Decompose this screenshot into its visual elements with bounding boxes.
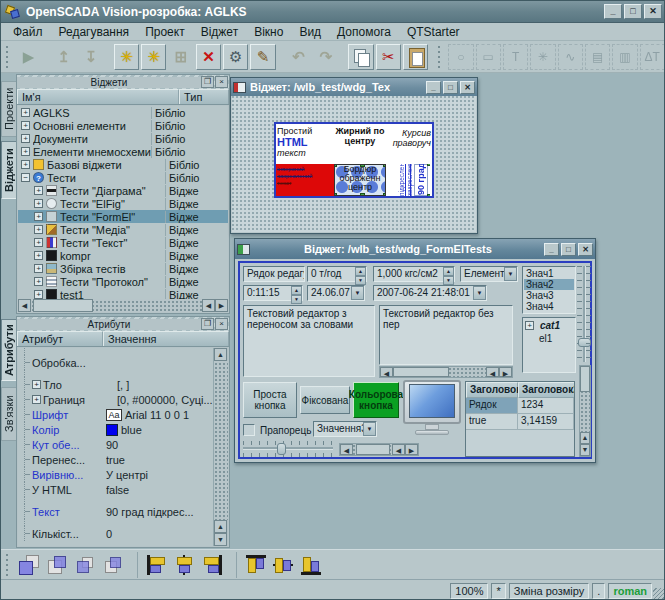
tree-expander-icon[interactable]: +	[21, 147, 30, 156]
scroll-thumb[interactable]	[393, 367, 449, 377]
data-table[interactable]: Заголовок1 Заголовок2 Рядок 1234 true 3,…	[465, 381, 575, 457]
tree-expander-icon[interactable]: +	[34, 199, 43, 208]
attribute-row[interactable]: Вирівню... У центрі	[24, 467, 213, 482]
attributes-panel-float-icon[interactable]: ❐	[201, 318, 214, 330]
column-value[interactable]: Значення	[103, 331, 229, 346]
minimize-button[interactable]: _	[544, 243, 559, 256]
attributes-panel-close-icon[interactable]: ×	[215, 318, 228, 330]
tree-row[interactable]: + Тести "FormEl" Відже	[18, 210, 228, 223]
rise-up-icon[interactable]	[72, 552, 98, 578]
dock-tab-attributes[interactable]: Атрибути	[1, 319, 16, 381]
scroll-thumb[interactable]	[356, 444, 390, 455]
scroll-left-icon[interactable]: ◀	[18, 299, 31, 312]
scroll-left-icon[interactable]: ◀	[202, 299, 215, 312]
tree-expander-icon[interactable]: +	[21, 121, 30, 130]
combo-dropdown-icon[interactable]: ▼	[351, 286, 364, 300]
scroll-right-icon[interactable]: ▶	[215, 299, 228, 312]
widgets-tree-hscrollbar[interactable]: ◀ ◀ ▶	[18, 299, 228, 312]
table-header-cell[interactable]: Заголовок1	[466, 382, 518, 398]
paste-icon[interactable]	[403, 44, 428, 70]
checkbox-box[interactable]	[243, 424, 255, 436]
align-top-icon[interactable]	[236, 552, 268, 578]
tree-row[interactable]: + Тести "Медіа" Відже	[18, 223, 228, 236]
attr-expander-icon[interactable]: +	[32, 380, 41, 389]
checkbox[interactable]: Прапорець	[243, 423, 311, 437]
tree-row[interactable]: + Елементи мнемосхеми Бібліо	[18, 145, 228, 158]
align-vcenter-icon[interactable]	[270, 552, 296, 578]
tree-row[interactable]: + test1 Відже	[18, 288, 228, 299]
tree-row[interactable]: + Тести "ElFig" Відже	[18, 197, 228, 210]
menu-item[interactable]: Допомога	[329, 24, 399, 40]
datetime-picker[interactable]: 2007-06-24 21:48:01 ▼	[373, 285, 487, 301]
tree-row[interactable]: + Базові віджети Бібліо	[18, 158, 228, 171]
tree-expander-icon[interactable]: +	[34, 290, 43, 299]
list-item[interactable]: Знач4	[524, 301, 574, 312]
tree-row[interactable]: + kompr Відже	[18, 249, 228, 262]
dock-tab-links[interactable]: Зв'язки	[1, 387, 16, 441]
scroll-left-icon[interactable]: ◀	[340, 444, 353, 455]
attribute-row[interactable]: Шрифт Aa Arial 11 0 0 1	[24, 407, 213, 422]
attribute-row[interactable]	[24, 519, 213, 526]
spin-up-icon[interactable]: ▲	[443, 267, 454, 276]
align-right-icon[interactable]	[199, 552, 225, 578]
formel-window-titlebar[interactable]: Віджет: /wlb_test/wdg_FormElTests _ □ ✕	[235, 239, 595, 259]
menu-item[interactable]: Вікно	[246, 24, 291, 40]
scroll-left-icon[interactable]: ◀	[392, 444, 405, 455]
scroll-thumb[interactable]	[580, 366, 590, 392]
minimize-button[interactable]: _	[604, 4, 622, 19]
attribute-row[interactable]: Кут обе... 90	[24, 437, 213, 452]
close-button[interactable]: ✕	[460, 81, 475, 94]
list-item[interactable]: Знач3	[524, 290, 574, 301]
tree-expander-icon[interactable]: +	[34, 251, 43, 260]
table-cell[interactable]: 1234	[518, 398, 574, 414]
lower-down-icon[interactable]	[100, 552, 126, 578]
combo-dropdown-icon[interactable]: ▼	[473, 286, 486, 300]
tree-expander-icon[interactable]: +	[34, 225, 43, 234]
tree-expander-icon[interactable]: +	[525, 321, 534, 330]
tree-expander-icon[interactable]: −	[21, 173, 30, 182]
scroll-thumb[interactable]	[33, 299, 93, 312]
minimize-button[interactable]: _	[426, 81, 441, 94]
column-name[interactable]: Ім'я	[17, 89, 179, 104]
resize-grip[interactable]	[653, 588, 665, 600]
column-attribute[interactable]: Атрибут	[17, 331, 103, 346]
date-picker[interactable]: 24.06.07 ▼	[307, 285, 365, 301]
vertical-slider[interactable]	[577, 266, 591, 362]
menu-item[interactable]: Віджет	[193, 24, 246, 40]
spin-down-icon[interactable]: ▼	[291, 295, 302, 304]
widgets-panel-float-icon[interactable]: ❐	[201, 76, 214, 88]
attribute-row[interactable]: + Тло [, ]	[24, 377, 213, 392]
element-combobox[interactable]: Елемент ▼	[460, 266, 518, 282]
table-cell[interactable]: Рядок	[466, 398, 518, 414]
tree-row[interactable]: − Тести Бібліо	[18, 171, 228, 184]
attribute-row[interactable]	[24, 348, 213, 355]
menu-item[interactable]: Редагування	[51, 24, 138, 40]
tree-expander-icon[interactable]: +	[34, 212, 43, 221]
scroll-up-icon[interactable]: ▲	[580, 432, 590, 444]
dock-tab-projects[interactable]: Проекти	[1, 81, 16, 137]
attribute-row[interactable]: У HTML false	[24, 482, 213, 497]
close-button[interactable]: ✕	[578, 243, 593, 256]
table-header-cell[interactable]: Заголовок2	[518, 382, 575, 398]
text-window-titlebar[interactable]: Віджет: /wlb_test/wdg_Tex _ □ ✕	[231, 78, 477, 96]
line-edit-field[interactable]: Рядок редагу	[243, 266, 305, 282]
attribute-row[interactable]: Колір blue	[24, 422, 213, 437]
slider-handle[interactable]	[277, 443, 286, 455]
text-cell-border-image[interactable]: Бордюр ображенн центр	[334, 164, 386, 196]
new-visual-item-icon[interactable]: ✳	[114, 44, 139, 70]
tree-expander-icon[interactable]: +	[21, 160, 30, 169]
toolbar-drag-handle[interactable]	[5, 553, 11, 577]
attributes-vscrollbar[interactable]: ▲ ▲ ▼	[214, 348, 228, 546]
horizontal-scrollbar[interactable]: ◀ ◀ ▶	[339, 443, 419, 456]
horizontal-slider[interactable]	[243, 441, 333, 457]
spin-down-icon[interactable]: ▼	[443, 276, 454, 285]
scroll-right-icon[interactable]: ▶	[499, 367, 512, 377]
maximize-button[interactable]: □	[624, 4, 642, 19]
align-bottom-icon[interactable]	[298, 552, 324, 578]
add-to-library-icon[interactable]: ⊞	[168, 44, 193, 70]
widgets-panel-header[interactable]: Віджети ❐ ×	[17, 75, 229, 89]
vertical-scrollbar[interactable]: ▲ ▼	[579, 365, 591, 457]
list-item[interactable]: Знач1	[524, 268, 574, 279]
delete-visual-item-icon[interactable]: ✕	[196, 44, 221, 70]
menu-item[interactable]: Файл	[5, 24, 51, 40]
